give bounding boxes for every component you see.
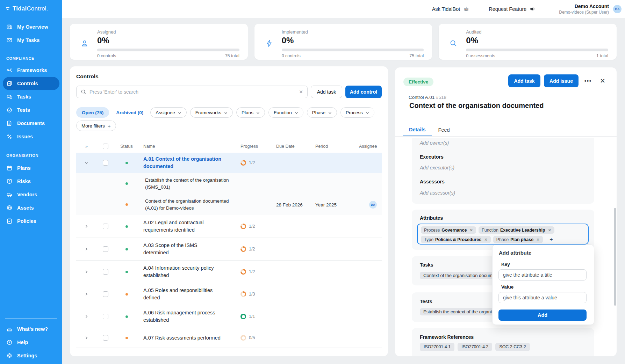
control-name[interactable]: A.02 Legal and contractual requirements …: [143, 219, 236, 234]
table-row[interactable]: Establish the context of the organisatio…: [76, 173, 382, 194]
control-name[interactable]: A.03 Scope of the ISMS determined: [143, 242, 236, 256]
control-name[interactable]: A.01 Context of the organisation documen…: [143, 155, 236, 170]
chevron-right-icon[interactable]: [85, 270, 88, 274]
close-icon[interactable]: ✕: [597, 74, 609, 87]
table-row[interactable]: A.06 Risk management process established…: [76, 305, 382, 328]
filter-chip-plans[interactable]: Plans: [236, 107, 265, 118]
row-checkbox[interactable]: [103, 246, 108, 252]
more-filters-chip[interactable]: More filters +: [76, 121, 116, 131]
row-checkbox[interactable]: [103, 224, 108, 229]
control-name[interactable]: A.04 Information security policy establi…: [143, 264, 236, 279]
search-input[interactable]: [89, 89, 296, 95]
table-row[interactable]: A.08 Risk treatment plan defined1/2: [76, 348, 382, 356]
assignee-avatar[interactable]: DA: [369, 201, 377, 209]
key-input[interactable]: [498, 269, 587, 281]
popup-add-button[interactable]: Add: [498, 310, 587, 321]
sidebar-item-risks[interactable]: Risks: [0, 175, 62, 188]
sidebar-item-what-s-new-[interactable]: What's new?: [0, 322, 62, 336]
row-checkbox[interactable]: [103, 269, 108, 275]
chevron-right-icon[interactable]: [85, 336, 88, 340]
sidebar-item-tasks[interactable]: Tasks: [0, 90, 62, 103]
control-name[interactable]: Context of the organisation documented (…: [145, 198, 236, 212]
sidebar-item-controls[interactable]: Controls: [3, 77, 59, 90]
sidebar-item-policies[interactable]: Policies: [0, 214, 62, 228]
controls-panel-title: Controls: [76, 73, 99, 80]
sidebar-item-assets[interactable]: Assets: [0, 201, 62, 214]
sidebar-item-settings[interactable]: Settings: [0, 349, 62, 362]
add-assessors-field[interactable]: Add assessor(s): [420, 190, 455, 196]
add-owners-field[interactable]: Add owner(s): [420, 140, 449, 146]
collapse-all-icon[interactable]: »: [76, 144, 96, 149]
more-options-icon[interactable]: •••: [582, 74, 594, 87]
remove-attribute-icon[interactable]: ✕: [536, 237, 540, 242]
ask-tidalbot-button[interactable]: Ask TidalBot: [432, 6, 470, 12]
control-name[interactable]: A.07 Risk assessments performed: [143, 334, 236, 342]
table-row[interactable]: A.05 Roles and responsibilities defined1…: [76, 283, 382, 305]
add-attribute-button[interactable]: +: [545, 236, 557, 243]
sidebar-item-vendors[interactable]: Vendors: [0, 188, 62, 201]
status-dot-green: [125, 315, 128, 318]
row-checkbox[interactable]: [103, 291, 108, 297]
value-input[interactable]: [498, 292, 587, 303]
select-all-checkbox[interactable]: [103, 144, 108, 149]
account-menu[interactable]: Demo Account Demo-videos (Super User): [559, 3, 609, 15]
attribute-chip-process[interactable]: ProcessGovernance✕: [421, 226, 476, 234]
attribute-chip-function[interactable]: FunctionExecutive Leadership✕: [479, 226, 554, 234]
table-row[interactable]: A.02 Legal and contractual requirements …: [76, 215, 382, 238]
attributes-input[interactable]: ProcessGovernance✕FunctionExecutive Lead…: [417, 224, 589, 245]
sidebar-item-my-overview[interactable]: My Overview: [0, 20, 62, 34]
chevron-right-icon[interactable]: [85, 292, 88, 296]
table-row[interactable]: A.01 Context of the organisation documen…: [76, 153, 382, 173]
chevron-right-icon[interactable]: [85, 315, 88, 318]
attribute-chip-type[interactable]: TypePolicies & Procedures✕: [421, 236, 491, 243]
tab-feed[interactable]: Feed: [432, 123, 456, 137]
row-checkbox[interactable]: [103, 314, 108, 319]
sidebar-item-my-tasks[interactable]: My Tasks: [0, 34, 62, 47]
sidebar-item-issues[interactable]: Issues: [0, 130, 62, 143]
filter-chip-process[interactable]: Process: [340, 107, 374, 118]
framework-ref-chip[interactable]: ISO27001:4.2: [458, 343, 492, 351]
detail-add-task-button[interactable]: Add task: [508, 74, 540, 87]
add-task-button[interactable]: Add task: [311, 86, 342, 98]
chevron-right-icon[interactable]: [85, 225, 88, 228]
request-feature-button[interactable]: Request Feature: [489, 6, 536, 12]
sidebar-item-plans[interactable]: Plans: [0, 161, 62, 175]
control-name[interactable]: A.08 Risk treatment plan defined: [143, 356, 236, 357]
row-checkbox[interactable]: [103, 335, 108, 341]
filter-chip-frameworks[interactable]: Frameworks: [190, 107, 233, 118]
control-name[interactable]: A.06 Risk management process established: [143, 309, 236, 324]
remove-attribute-icon[interactable]: ✕: [548, 228, 552, 233]
chevron-right-icon[interactable]: [85, 247, 88, 251]
control-name[interactable]: A.05 Roles and responsibilities defined: [143, 287, 236, 301]
sidebar-item-tests[interactable]: Tests: [0, 103, 62, 117]
row-checkbox[interactable]: [103, 160, 108, 166]
filter-chip-archived-0-[interactable]: Archived (0): [113, 107, 147, 118]
sidebar-item-frameworks[interactable]: Frameworks: [0, 64, 62, 77]
table-row[interactable]: A.07 Risk assessments performed0/5: [76, 328, 382, 348]
sidebar-item-documents[interactable]: Documents: [0, 117, 62, 130]
add-control-button[interactable]: Add control: [345, 86, 382, 98]
table-row[interactable]: Context of the organisation documented (…: [76, 194, 382, 215]
add-executors-field[interactable]: Add executor(s): [420, 165, 454, 170]
clear-search-icon[interactable]: ✕: [299, 89, 303, 95]
table-row[interactable]: A.04 Information security policy establi…: [76, 260, 382, 283]
tab-details[interactable]: Details: [403, 123, 432, 137]
sidebar-item-help[interactable]: Help: [0, 336, 62, 349]
tests-label: Tests: [420, 299, 432, 304]
chevron-down-icon[interactable]: [85, 162, 88, 164]
sidebar-item-label: What's new?: [17, 326, 48, 332]
filter-chip-function[interactable]: Function: [268, 107, 303, 118]
control-name[interactable]: Establish the context of the organisatio…: [145, 177, 236, 191]
scrollbar[interactable]: [614, 208, 616, 306]
framework-ref-chip[interactable]: SOC 2:CC3.2: [495, 343, 530, 351]
filter-chip-phase[interactable]: Phase: [307, 107, 337, 118]
detail-add-issue-button[interactable]: Add issue: [544, 74, 579, 87]
avatar[interactable]: DA: [613, 5, 622, 13]
filter-chip-open-75-[interactable]: Open (75): [76, 107, 109, 118]
framework-ref-chip[interactable]: ISO27001:4.1: [420, 343, 454, 351]
attribute-chip-phase[interactable]: PhasePlan phase✕: [493, 236, 543, 243]
remove-attribute-icon[interactable]: ✕: [484, 237, 488, 242]
table-row[interactable]: A.03 Scope of the ISMS determined1/2: [76, 238, 382, 260]
filter-chip-assignee[interactable]: Assignee: [150, 107, 187, 118]
remove-attribute-icon[interactable]: ✕: [469, 228, 473, 233]
